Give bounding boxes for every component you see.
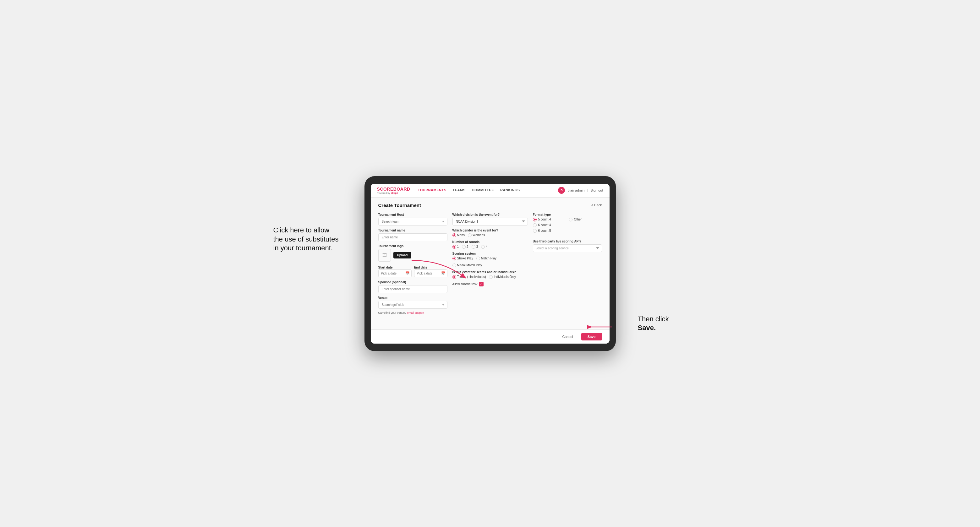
format-type-group: Format type 5 count 4 Other bbox=[533, 213, 602, 233]
rounds-2-radio[interactable] bbox=[462, 245, 466, 249]
tablet-device: SCOREBOARD Powered by clippd TOURNAMENTS… bbox=[364, 176, 616, 351]
save-button[interactable]: Save bbox=[581, 333, 602, 340]
tournament-name-label: Tournament name bbox=[378, 229, 447, 232]
scoring-medal-radio[interactable] bbox=[452, 264, 456, 267]
scoring-api-label: Use third-party live scoring API? bbox=[533, 240, 602, 243]
rounds-1-radio[interactable] bbox=[452, 245, 456, 249]
allow-subs-group: Allow substitutes? ✓ bbox=[452, 282, 528, 286]
allow-subs-checkbox-group[interactable]: Allow substitutes? ✓ bbox=[452, 282, 528, 286]
event-individuals[interactable]: Individuals Only bbox=[489, 275, 516, 279]
form-grid: Tournament Host ▼ Tournament name Tourna bbox=[378, 213, 602, 314]
scoring-system-label: Scoring system bbox=[452, 252, 528, 256]
middle-column: Which division is the event for? NCAA Di… bbox=[452, 213, 528, 314]
tournament-host-label: Tournament Host bbox=[378, 213, 447, 216]
sponsor-group: Sponsor (optional) bbox=[378, 281, 447, 293]
division-group: Which division is the event for? NCAA Di… bbox=[452, 213, 528, 225]
gender-womens-radio[interactable] bbox=[468, 233, 472, 237]
allow-subs-label: Allow substitutes? bbox=[452, 283, 477, 286]
venue-input[interactable] bbox=[378, 301, 447, 309]
venue-label: Venue bbox=[378, 296, 447, 300]
event-type-label: Is this event for Teams and/or Individua… bbox=[452, 270, 528, 274]
tournament-host-input[interactable] bbox=[378, 217, 447, 225]
format-6count4-radio[interactable] bbox=[533, 223, 537, 227]
nav-rankings[interactable]: RANKINGS bbox=[500, 184, 520, 196]
scoring-medal[interactable]: Medal Match Play bbox=[452, 264, 482, 267]
gender-mens[interactable]: Mens bbox=[452, 233, 465, 237]
format-6count5[interactable]: 6 count 5 bbox=[533, 229, 566, 233]
format-5count4[interactable]: 5 count 4 bbox=[533, 217, 566, 221]
gender-womens[interactable]: Womens bbox=[468, 233, 485, 237]
rounds-group: Number of rounds 1 2 bbox=[452, 240, 528, 249]
rounds-1[interactable]: 1 bbox=[452, 245, 459, 249]
allow-subs-checkbox[interactable]: ✓ bbox=[479, 282, 484, 286]
calendar-end-icon: 📅 bbox=[441, 271, 445, 275]
format-radio-grid: 5 count 4 Other 6 count 4 bbox=[533, 217, 602, 233]
start-date-wrap: 📅 bbox=[378, 270, 412, 277]
start-date-label: Start date bbox=[378, 266, 393, 269]
format-5count4-radio[interactable] bbox=[533, 217, 537, 221]
format-other-radio[interactable] bbox=[569, 217, 573, 221]
page-header: Create Tournament < Back bbox=[378, 203, 602, 208]
gender-mens-radio[interactable] bbox=[452, 233, 456, 237]
scoring-service-select[interactable]: Select a scoring service bbox=[533, 244, 602, 252]
scoring-match[interactable]: Match Play bbox=[476, 257, 496, 260]
sponsor-input[interactable] bbox=[378, 285, 447, 293]
back-button[interactable]: < Back bbox=[591, 203, 602, 207]
logo-powered: Powered by clippd bbox=[377, 192, 410, 194]
rounds-2[interactable]: 2 bbox=[462, 245, 468, 249]
logo-placeholder: 🖼 bbox=[378, 249, 391, 262]
nav-committee[interactable]: COMMITTEE bbox=[472, 184, 494, 196]
annotation-right-bold: Save. bbox=[638, 324, 656, 332]
gender-label: Which gender is the event for? bbox=[452, 229, 528, 232]
format-6count4[interactable]: 6 count 4 bbox=[533, 223, 566, 228]
end-date-wrap: 📅 bbox=[414, 270, 447, 277]
logo-accent: SCORE bbox=[377, 187, 393, 192]
search-icon: ▼ bbox=[442, 220, 445, 223]
end-date-group: End date 📅 bbox=[414, 265, 447, 277]
end-date-label: End date bbox=[414, 266, 427, 269]
tournament-name-group: Tournament name bbox=[378, 229, 447, 241]
sign-out-link[interactable]: Sign out bbox=[590, 189, 603, 192]
event-teams[interactable]: Teams (+Individuals) bbox=[452, 275, 486, 279]
format-other[interactable]: Other bbox=[569, 217, 602, 221]
cancel-button[interactable]: Cancel bbox=[557, 333, 578, 340]
venue-note: Can't find your venue? email support bbox=[378, 311, 447, 314]
tablet-screen: SCOREBOARD Powered by clippd TOURNAMENTS… bbox=[371, 184, 609, 344]
scoring-api-group: Use third-party live scoring API? Select… bbox=[533, 240, 602, 252]
tournament-name-input[interactable] bbox=[378, 233, 447, 241]
page-title: Create Tournament bbox=[378, 203, 421, 208]
rounds-3[interactable]: 3 bbox=[472, 245, 478, 249]
start-date-group: Start date 📅 bbox=[378, 265, 412, 277]
nav-teams[interactable]: TEAMS bbox=[453, 184, 466, 196]
logo-area: SCOREBOARD Powered by clippd bbox=[377, 187, 410, 194]
event-individuals-radio[interactable] bbox=[489, 275, 493, 279]
upload-button[interactable]: Upload bbox=[393, 252, 412, 259]
scoring-match-radio[interactable] bbox=[476, 257, 480, 260]
right-column: Format type 5 count 4 Other bbox=[533, 213, 602, 314]
page-content: Create Tournament < Back Tournament Host… bbox=[371, 198, 609, 329]
nav-links: TOURNAMENTS TEAMS COMMITTEE RANKINGS bbox=[418, 184, 558, 196]
event-type-group: Is this event for Teams and/or Individua… bbox=[452, 270, 528, 279]
email-support-link[interactable]: email support bbox=[407, 311, 424, 314]
event-type-radio-group: Teams (+Individuals) Individuals Only bbox=[452, 275, 528, 279]
scoring-system-group: Scoring system Stroke Play Match Play bbox=[452, 252, 528, 267]
scoring-stroke-radio[interactable] bbox=[452, 257, 456, 260]
rounds-label: Number of rounds bbox=[452, 240, 528, 244]
rounds-4[interactable]: 4 bbox=[481, 245, 488, 249]
division-select[interactable]: NCAA Division I bbox=[452, 217, 528, 225]
event-teams-radio[interactable] bbox=[452, 275, 456, 279]
venue-dropdown-icon: ▼ bbox=[442, 303, 445, 306]
tournament-host-group: Tournament Host ▼ bbox=[378, 213, 447, 225]
format-6count5-radio[interactable] bbox=[533, 229, 537, 233]
logo-upload-area: 🖼 Upload bbox=[378, 249, 447, 262]
date-group: Start date 📅 End date bbox=[378, 265, 447, 277]
nav-tournaments[interactable]: TOURNAMENTS bbox=[418, 184, 447, 196]
rounds-4-radio[interactable] bbox=[481, 245, 485, 249]
gender-group: Which gender is the event for? Mens Wome… bbox=[452, 229, 528, 237]
format-type-label: Format type bbox=[533, 213, 602, 216]
rounds-3-radio[interactable] bbox=[472, 245, 476, 249]
scoring-stroke[interactable]: Stroke Play bbox=[452, 257, 473, 260]
navbar: SCOREBOARD Powered by clippd TOURNAMENTS… bbox=[371, 184, 609, 198]
gender-radio-group: Mens Womens bbox=[452, 233, 528, 237]
annotation-left: Click here to allow the use of substitut… bbox=[274, 226, 339, 253]
